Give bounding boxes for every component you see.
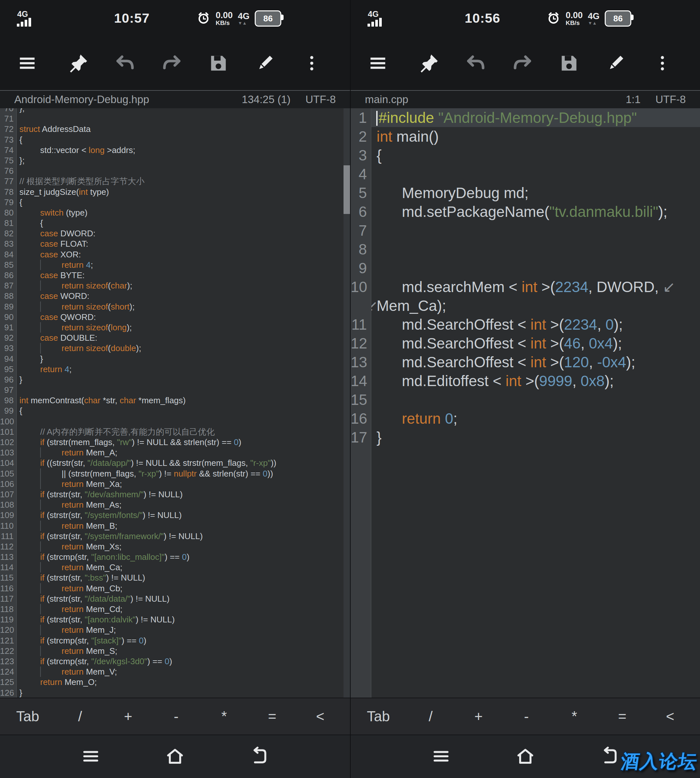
code-line[interactable]: 100 (0, 416, 350, 427)
symbol-key-=[interactable]: = (613, 708, 631, 725)
code-line[interactable]: 105|| (strstr(mem_flags, "r-xp") != null… (0, 468, 350, 479)
code-line[interactable]: 11md.SearchOffest < int >(2234, 0); (351, 315, 700, 334)
code-line[interactable]: 76 (0, 166, 350, 176)
code-line[interactable]: 1#include "Android-Memory-Debug.hpp" (351, 108, 700, 127)
redo-button[interactable] (506, 46, 538, 81)
code-line[interactable]: 108return Mem_As; (0, 499, 350, 510)
code-line[interactable]: 112return Mem_Xs; (0, 541, 350, 552)
code-line[interactable]: 101// A内存的判断并不完善,有能力的可以自己优化 (0, 427, 350, 437)
code-line[interactable]: 87return sizeof(char); (0, 280, 350, 291)
code-line[interactable]: 125return Mem_O; (0, 677, 350, 687)
code-editor[interactable]: 70};7172struct AddressData73{74std::vect… (0, 108, 350, 698)
code-line[interactable]: 73{ (0, 135, 350, 145)
pin-button[interactable] (62, 46, 95, 81)
code-line[interactable]: 79{ (0, 197, 350, 207)
code-line[interactable]: 16return 0; (351, 409, 700, 428)
code-line[interactable]: 99{ (0, 406, 350, 416)
code-line[interactable]: 90case QWORD: (0, 312, 350, 322)
code-line[interactable]: 91return sizeof(long); (0, 322, 350, 332)
code-line[interactable]: 116return Mem_Cb; (0, 583, 350, 594)
symbol-key--[interactable]: - (167, 708, 185, 725)
code-line[interactable]: 111if (strstr(str, "/system/framework/")… (0, 531, 350, 541)
symbol-key-+[interactable]: + (119, 708, 137, 725)
home-button[interactable] (163, 745, 187, 769)
redo-button[interactable] (155, 46, 188, 81)
code-line[interactable]: 70}; (0, 108, 350, 114)
symbol-key-<[interactable]: < (311, 708, 329, 725)
code-line[interactable]: 83case FLOAT: (0, 239, 350, 249)
scrollbar[interactable] (343, 108, 350, 698)
code-line[interactable]: ↙Mem_Ca); (351, 296, 700, 315)
code-editor[interactable]: 1#include "Android-Memory-Debug.hpp"2int… (351, 108, 700, 698)
code-line[interactable]: 4 (351, 165, 700, 184)
code-line[interactable]: 120return Mem_J; (0, 624, 350, 635)
symbol-key-tab[interactable]: Tab (365, 708, 392, 725)
symbol-key-tab[interactable]: Tab (14, 708, 41, 725)
code-line[interactable]: 10md.searchMem < int >(2234, DWORD, ↙ (351, 277, 700, 296)
code-line[interactable]: 119if (strstr(str, "[anon:dalvik") != NU… (0, 614, 350, 624)
home-button[interactable] (513, 745, 537, 769)
code-line[interactable]: 118return Mem_Cd; (0, 604, 350, 614)
code-line[interactable]: 6md.setPackageName("tv.danmaku.bili"); (351, 202, 700, 221)
recents-button[interactable] (79, 745, 103, 769)
menu-button[interactable] (11, 46, 43, 81)
symbol-key--[interactable]: - (517, 708, 535, 725)
code-line[interactable]: 94} (0, 354, 350, 364)
symbol-key-/[interactable]: / (71, 708, 89, 725)
edit-button[interactable] (600, 46, 632, 81)
code-line[interactable]: 123if (strcmp(str, "/dev/kgsl-3d0") == 0… (0, 656, 350, 666)
back-button[interactable] (247, 745, 271, 769)
save-button[interactable] (202, 46, 235, 81)
code-line[interactable]: 121if (strcmp(str, "[stack]") == 0) (0, 635, 350, 646)
code-line[interactable]: 8 (351, 240, 700, 259)
code-line[interactable]: 5MemoryDebug md; (351, 184, 700, 202)
code-line[interactable]: 17} (351, 428, 700, 447)
save-button[interactable] (553, 46, 585, 81)
code-line[interactable]: 92case DOUBLE: (0, 332, 350, 343)
symbol-key-+[interactable]: + (470, 708, 488, 725)
code-line[interactable]: 82case DWORD: (0, 228, 350, 239)
undo-button[interactable] (109, 46, 141, 81)
code-line[interactable]: 14md.Editoffest < int >(9999, 0x8); (351, 372, 700, 390)
scrollbar-thumb[interactable] (343, 165, 350, 214)
code-line[interactable]: 74std::vector < long >addrs; (0, 145, 350, 155)
code-line[interactable]: 71 (0, 114, 350, 124)
code-line[interactable]: 81{ (0, 218, 350, 228)
code-line[interactable]: 103return Mem_A; (0, 447, 350, 458)
code-line[interactable]: 12md.SearchOffest < int >(46, 0x4); (351, 334, 700, 353)
code-line[interactable]: 3{ (351, 146, 700, 165)
code-line[interactable]: 95return 4; (0, 364, 350, 374)
recents-button[interactable] (429, 745, 453, 769)
symbol-key-/[interactable]: / (422, 708, 440, 725)
code-line[interactable]: 124return Mem_V; (0, 666, 350, 677)
undo-button[interactable] (460, 46, 492, 81)
code-line[interactable]: 122return Mem_S; (0, 646, 350, 656)
code-line[interactable]: 107if (strstr(str, "/dev/ashmem/") != NU… (0, 489, 350, 499)
code-line[interactable]: 2int main() (351, 127, 700, 146)
code-line[interactable]: 9 (351, 259, 700, 277)
code-line[interactable]: 109if (strstr(str, "/system/fonts/") != … (0, 510, 350, 520)
symbol-key-=[interactable]: = (263, 708, 281, 725)
code-line[interactable]: 117if (strstr(str, "/data/data/") != NUL… (0, 594, 350, 604)
code-line[interactable]: 85return 4; (0, 260, 350, 270)
code-line[interactable]: 113if (strcmp(str, "[anon:libc_malloc]")… (0, 552, 350, 562)
code-line[interactable]: 15 (351, 390, 700, 409)
code-line[interactable]: 77// 根据类型判断类型所占字节大小 (0, 176, 350, 186)
code-line[interactable]: 106return Mem_Xa; (0, 479, 350, 489)
code-line[interactable]: 72struct AddressData (0, 124, 350, 134)
code-line[interactable]: 84case XOR: (0, 249, 350, 260)
symbol-key-*[interactable]: * (215, 708, 233, 725)
code-line[interactable]: 80switch (type) (0, 207, 350, 218)
code-line[interactable]: 126} (0, 688, 350, 698)
code-line[interactable]: 78size_t judgSize(int type) (0, 187, 350, 197)
code-line[interactable]: 102if (strstr(mem_flags, "rw") != NULL &… (0, 437, 350, 447)
code-line[interactable]: 97 (0, 385, 350, 395)
code-line[interactable]: 88case WORD: (0, 291, 350, 301)
code-line[interactable]: 104if ((strstr(str, "/data/app/") != NUL… (0, 458, 350, 468)
code-line[interactable]: 89return sizeof(short); (0, 302, 350, 312)
pin-button[interactable] (413, 46, 445, 81)
code-line[interactable]: 98int memContrast(char *str, char *mem_f… (0, 395, 350, 406)
code-line[interactable]: 13md.SearchOffest < int >(120, -0x4); (351, 353, 700, 372)
more-button[interactable] (646, 46, 678, 81)
symbol-key-*[interactable]: * (565, 708, 583, 725)
